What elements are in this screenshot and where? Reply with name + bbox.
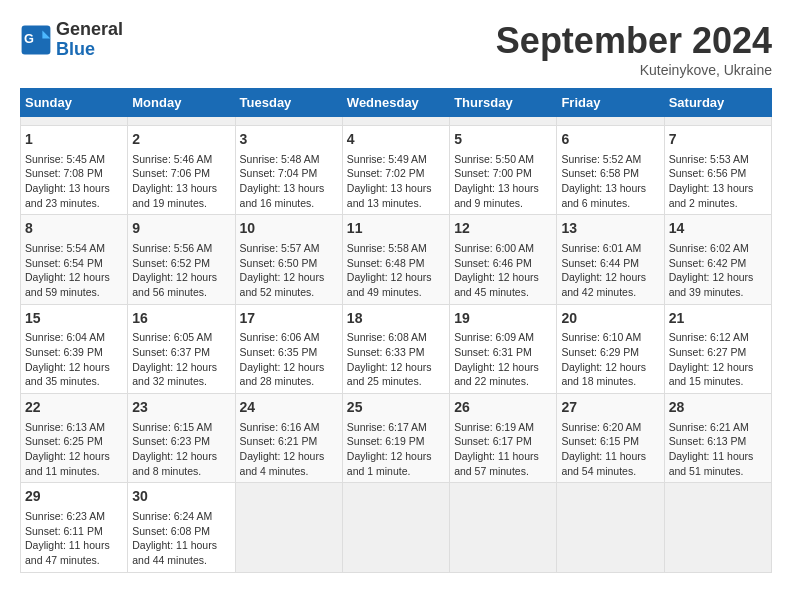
calendar-cell: 27Sunrise: 6:20 AM Sunset: 6:15 PM Dayli… — [557, 394, 664, 483]
day-number: 8 — [25, 219, 123, 239]
day-info: Sunrise: 5:45 AM Sunset: 7:08 PM Dayligh… — [25, 152, 123, 211]
calendar-week-2: 8Sunrise: 5:54 AM Sunset: 6:54 PM Daylig… — [21, 215, 772, 304]
calendar-cell: 29Sunrise: 6:23 AM Sunset: 6:11 PM Dayli… — [21, 483, 128, 572]
day-info: Sunrise: 5:54 AM Sunset: 6:54 PM Dayligh… — [25, 241, 123, 300]
calendar-cell: 17Sunrise: 6:06 AM Sunset: 6:35 PM Dayli… — [235, 304, 342, 393]
day-info: Sunrise: 6:00 AM Sunset: 6:46 PM Dayligh… — [454, 241, 552, 300]
day-header-monday: Monday — [128, 89, 235, 117]
calendar-cell — [128, 117, 235, 126]
day-info: Sunrise: 6:10 AM Sunset: 6:29 PM Dayligh… — [561, 330, 659, 389]
calendar-cell: 18Sunrise: 6:08 AM Sunset: 6:33 PM Dayli… — [342, 304, 449, 393]
day-number: 14 — [669, 219, 767, 239]
day-number: 11 — [347, 219, 445, 239]
calendar-cell: 14Sunrise: 6:02 AM Sunset: 6:42 PM Dayli… — [664, 215, 771, 304]
logo-blue: Blue — [56, 40, 123, 60]
logo-general: General — [56, 20, 123, 40]
calendar-cell: 11Sunrise: 5:58 AM Sunset: 6:48 PM Dayli… — [342, 215, 449, 304]
day-number: 28 — [669, 398, 767, 418]
day-info: Sunrise: 5:48 AM Sunset: 7:04 PM Dayligh… — [240, 152, 338, 211]
calendar-cell: 15Sunrise: 6:04 AM Sunset: 6:39 PM Dayli… — [21, 304, 128, 393]
day-header-thursday: Thursday — [450, 89, 557, 117]
calendar-week-0 — [21, 117, 772, 126]
month-title: September 2024 — [496, 20, 772, 62]
calendar-week-5: 29Sunrise: 6:23 AM Sunset: 6:11 PM Dayli… — [21, 483, 772, 572]
day-number: 4 — [347, 130, 445, 150]
day-number: 19 — [454, 309, 552, 329]
day-number: 3 — [240, 130, 338, 150]
calendar-cell: 28Sunrise: 6:21 AM Sunset: 6:13 PM Dayli… — [664, 394, 771, 483]
day-number: 2 — [132, 130, 230, 150]
calendar-cell: 2Sunrise: 5:46 AM Sunset: 7:06 PM Daylig… — [128, 126, 235, 215]
day-number: 21 — [669, 309, 767, 329]
day-info: Sunrise: 6:15 AM Sunset: 6:23 PM Dayligh… — [132, 420, 230, 479]
day-number: 17 — [240, 309, 338, 329]
day-info: Sunrise: 6:21 AM Sunset: 6:13 PM Dayligh… — [669, 420, 767, 479]
logo-icon: G — [20, 24, 52, 56]
calendar-cell: 30Sunrise: 6:24 AM Sunset: 6:08 PM Dayli… — [128, 483, 235, 572]
day-header-sunday: Sunday — [21, 89, 128, 117]
calendar-cell — [235, 483, 342, 572]
day-number: 27 — [561, 398, 659, 418]
calendar-cell: 6Sunrise: 5:52 AM Sunset: 6:58 PM Daylig… — [557, 126, 664, 215]
day-number: 10 — [240, 219, 338, 239]
calendar-cell — [664, 117, 771, 126]
day-number: 9 — [132, 219, 230, 239]
day-info: Sunrise: 6:13 AM Sunset: 6:25 PM Dayligh… — [25, 420, 123, 479]
calendar-cell: 12Sunrise: 6:00 AM Sunset: 6:46 PM Dayli… — [450, 215, 557, 304]
svg-text:G: G — [24, 31, 34, 46]
day-number: 5 — [454, 130, 552, 150]
day-info: Sunrise: 6:09 AM Sunset: 6:31 PM Dayligh… — [454, 330, 552, 389]
day-number: 20 — [561, 309, 659, 329]
day-info: Sunrise: 6:24 AM Sunset: 6:08 PM Dayligh… — [132, 509, 230, 568]
day-info: Sunrise: 5:57 AM Sunset: 6:50 PM Dayligh… — [240, 241, 338, 300]
calendar-cell — [557, 117, 664, 126]
calendar-week-3: 15Sunrise: 6:04 AM Sunset: 6:39 PM Dayli… — [21, 304, 772, 393]
calendar-cell: 5Sunrise: 5:50 AM Sunset: 7:00 PM Daylig… — [450, 126, 557, 215]
day-number: 24 — [240, 398, 338, 418]
calendar-cell — [235, 117, 342, 126]
day-number: 23 — [132, 398, 230, 418]
calendar-cell: 7Sunrise: 5:53 AM Sunset: 6:56 PM Daylig… — [664, 126, 771, 215]
day-number: 15 — [25, 309, 123, 329]
calendar-header-row: SundayMondayTuesdayWednesdayThursdayFrid… — [21, 89, 772, 117]
logo: G General Blue — [20, 20, 123, 60]
calendar-cell: 3Sunrise: 5:48 AM Sunset: 7:04 PM Daylig… — [235, 126, 342, 215]
calendar-table: SundayMondayTuesdayWednesdayThursdayFrid… — [20, 88, 772, 573]
day-info: Sunrise: 6:06 AM Sunset: 6:35 PM Dayligh… — [240, 330, 338, 389]
day-info: Sunrise: 5:50 AM Sunset: 7:00 PM Dayligh… — [454, 152, 552, 211]
location: Kuteinykove, Ukraine — [496, 62, 772, 78]
calendar-cell: 1Sunrise: 5:45 AM Sunset: 7:08 PM Daylig… — [21, 126, 128, 215]
day-number: 26 — [454, 398, 552, 418]
calendar-cell: 13Sunrise: 6:01 AM Sunset: 6:44 PM Dayli… — [557, 215, 664, 304]
calendar-cell — [450, 483, 557, 572]
calendar-cell — [342, 483, 449, 572]
day-info: Sunrise: 6:04 AM Sunset: 6:39 PM Dayligh… — [25, 330, 123, 389]
day-number: 18 — [347, 309, 445, 329]
day-info: Sunrise: 5:56 AM Sunset: 6:52 PM Dayligh… — [132, 241, 230, 300]
day-number: 13 — [561, 219, 659, 239]
calendar-week-4: 22Sunrise: 6:13 AM Sunset: 6:25 PM Dayli… — [21, 394, 772, 483]
day-info: Sunrise: 6:01 AM Sunset: 6:44 PM Dayligh… — [561, 241, 659, 300]
day-info: Sunrise: 5:58 AM Sunset: 6:48 PM Dayligh… — [347, 241, 445, 300]
calendar-cell — [664, 483, 771, 572]
day-header-saturday: Saturday — [664, 89, 771, 117]
calendar-cell — [450, 117, 557, 126]
calendar-cell — [342, 117, 449, 126]
calendar-cell: 25Sunrise: 6:17 AM Sunset: 6:19 PM Dayli… — [342, 394, 449, 483]
day-info: Sunrise: 5:46 AM Sunset: 7:06 PM Dayligh… — [132, 152, 230, 211]
day-info: Sunrise: 6:20 AM Sunset: 6:15 PM Dayligh… — [561, 420, 659, 479]
day-info: Sunrise: 6:17 AM Sunset: 6:19 PM Dayligh… — [347, 420, 445, 479]
calendar-week-1: 1Sunrise: 5:45 AM Sunset: 7:08 PM Daylig… — [21, 126, 772, 215]
calendar-cell: 22Sunrise: 6:13 AM Sunset: 6:25 PM Dayli… — [21, 394, 128, 483]
calendar-cell: 4Sunrise: 5:49 AM Sunset: 7:02 PM Daylig… — [342, 126, 449, 215]
day-info: Sunrise: 6:16 AM Sunset: 6:21 PM Dayligh… — [240, 420, 338, 479]
page-header: G General Blue September 2024 Kuteinykov… — [20, 20, 772, 78]
calendar-cell: 10Sunrise: 5:57 AM Sunset: 6:50 PM Dayli… — [235, 215, 342, 304]
day-info: Sunrise: 6:23 AM Sunset: 6:11 PM Dayligh… — [25, 509, 123, 568]
day-header-friday: Friday — [557, 89, 664, 117]
day-number: 7 — [669, 130, 767, 150]
calendar-cell: 16Sunrise: 6:05 AM Sunset: 6:37 PM Dayli… — [128, 304, 235, 393]
day-number: 1 — [25, 130, 123, 150]
day-info: Sunrise: 6:19 AM Sunset: 6:17 PM Dayligh… — [454, 420, 552, 479]
calendar-cell: 20Sunrise: 6:10 AM Sunset: 6:29 PM Dayli… — [557, 304, 664, 393]
